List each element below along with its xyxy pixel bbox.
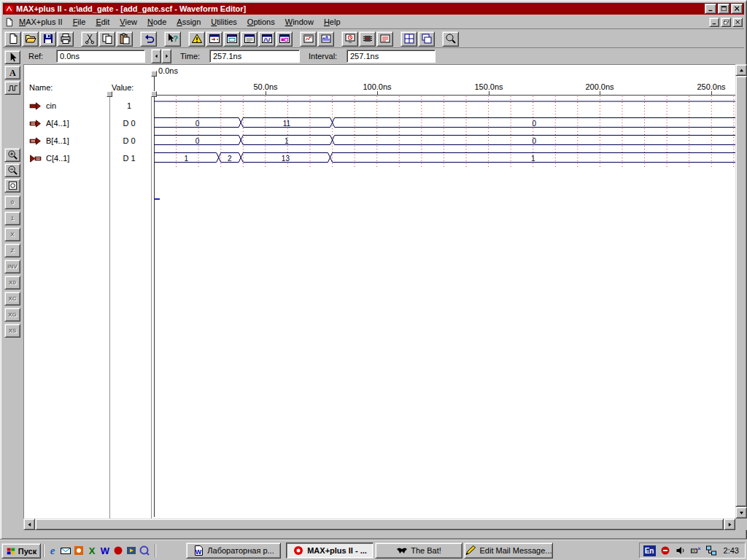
scroll-down-button[interactable] [735,507,747,518]
waveform-plot[interactable]: 011001012131 [154,96,735,169]
zoom-in-tool-button[interactable] [4,148,20,162]
quicklaunch-outlook-express[interactable] [60,545,71,556]
column-resize-handle[interactable] [107,91,112,97]
quicklaunch-realplayer[interactable] [112,545,124,556]
ref-decrease-button[interactable] [151,49,161,63]
zoom-out-tool-button[interactable] [4,163,20,177]
scroll-left-button[interactable] [23,518,35,530]
horizontal-scrollbar-thumb[interactable] [35,518,724,530]
ref-marker-ruler-handle[interactable] [151,91,157,97]
new-document-button[interactable] [4,31,21,47]
context-help-button[interactable]: ? [164,31,181,47]
task-the-bat[interactable]: The Bat! [375,542,462,559]
graphic-editor-button[interactable] [206,31,222,47]
save-file-button[interactable] [39,31,56,47]
set-to-z-tool-button[interactable]: Z [4,244,20,257]
vertical-scrollbar[interactable] [735,64,747,518]
cut-button[interactable] [81,31,98,47]
quicklaunch-internet-explorer[interactable]: e [47,545,58,556]
time-input[interactable]: 257.1ns [209,50,300,63]
close-button[interactable] [731,4,743,14]
menubar: MAX+plus IIFileEditViewNodeAssignUtiliti… [3,15,744,29]
ref-input[interactable]: 0.0ns [56,50,145,63]
menu-view[interactable]: View [115,16,142,28]
ref-marker-top-handle[interactable] [151,71,157,77]
signal-name-b-4-1[interactable]: B[4..1] [29,132,69,149]
mdi-minimize-button[interactable] [709,18,719,27]
symbol-editor-button[interactable] [223,31,240,47]
waveform-editor-canvas[interactable]: 0.0ns Name: Value: 011001012131 50.0ns10… [23,64,735,518]
waveform-editing-tool-button[interactable] [4,81,20,95]
menu-edit[interactable]: Edit [90,16,115,28]
message-processor-button[interactable] [376,31,393,47]
quicklaunch-media-player[interactable] [125,545,137,556]
fit-in-window-tool-button[interactable] [4,179,20,192]
mdi-restore-button[interactable] [721,18,731,27]
copy-button[interactable] [98,31,115,47]
child-window-icon[interactable] [4,18,14,27]
cascade-windows-button[interactable] [418,31,435,47]
tile-windows-button[interactable] [400,31,417,47]
vertical-scrollbar-thumb[interactable] [735,76,747,507]
waveform-editor-button[interactable] [258,31,275,47]
minimize-button[interactable] [705,4,716,14]
selection-tool-button[interactable] [4,50,20,64]
simulator-button[interactable] [317,31,334,47]
hierarchy-display-button[interactable] [188,31,205,47]
svg-text:13: 13 [282,155,290,163]
titlebar[interactable]: MAX+plus II - a:\add_gate - [add_gate.sc… [3,3,744,15]
print-button[interactable] [57,31,74,47]
menu-utilities[interactable]: Utilities [206,16,241,28]
set-to-0-tool-button[interactable]: 0 [4,195,20,209]
signal-name-c-4-1[interactable]: C[4..1] [29,149,69,167]
quicklaunch-channels[interactable] [73,545,85,556]
menu-help[interactable]: Help [319,16,346,28]
menu-file[interactable]: File [68,16,91,28]
text-editor-button[interactable] [241,31,258,47]
task-max-plus-ii[interactable]: MAX+plus II - ... [286,542,374,559]
menu-assign[interactable]: Assign [171,16,206,28]
undo-button[interactable] [140,31,157,47]
scroll-up-button[interactable] [735,64,747,76]
task-edit-mail-message[interactable]: Edit Mail Message... [464,542,553,559]
maximize-button[interactable] [718,4,729,14]
horizontal-scrollbar[interactable] [23,518,735,530]
set-to-0-tool-glyph: 0 [11,199,14,206]
signal-name-cin[interactable]: cin [29,97,56,114]
start-button[interactable]: Пуск [1,543,41,559]
paste-button[interactable] [116,31,133,47]
ref-increase-button[interactable] [161,49,171,63]
scroll-right-button[interactable] [724,518,735,530]
menu-options[interactable]: Options [242,16,280,28]
tray-modem-icon[interactable] [690,545,702,556]
quicklaunch-quicktime[interactable] [139,545,150,556]
set-to-x-tool-button[interactable]: X [4,228,20,241]
text-tool-button[interactable]: A [4,66,20,79]
menu-window[interactable]: Window [280,16,319,28]
menu-max-plus-ii[interactable]: MAX+plus II [14,16,68,28]
svg-text:W: W [101,545,110,556]
mdi-close-button[interactable] [732,18,743,27]
menu-node[interactable]: Node [142,16,171,28]
invert-tool-button[interactable]: INV [4,260,20,273]
language-indicator[interactable]: En [643,545,656,556]
set-group-value-tool-button[interactable]: XG [4,308,20,322]
tray-antivirus-icon[interactable] [659,545,671,556]
compiler-button[interactable] [300,31,317,47]
tray-network-icon[interactable] [705,545,717,556]
quicklaunch-word[interactable]: W [99,545,111,556]
interval-input[interactable]: 257.1ns [347,50,436,63]
set-to-1-tool-button[interactable]: 1 [4,211,20,225]
programmer-button[interactable] [359,31,376,47]
tray-volume-icon[interactable] [675,545,686,556]
set-sequence-tool-button[interactable]: XS [4,324,20,338]
timing-analyzer-button[interactable] [341,31,358,47]
quicklaunch-excel[interactable]: X [86,545,98,556]
open-file-button[interactable] [22,31,39,47]
count-value-tool-button[interactable]: X0 [4,276,20,289]
signal-name-a-4-1[interactable]: A[4..1] [29,114,69,132]
floorplan-editor-button[interactable] [276,31,293,47]
zoom-button[interactable] [442,31,459,47]
task-[interactable]: WЛабораторная р... [186,542,281,559]
set-clock-tool-button[interactable]: XC [4,292,20,306]
